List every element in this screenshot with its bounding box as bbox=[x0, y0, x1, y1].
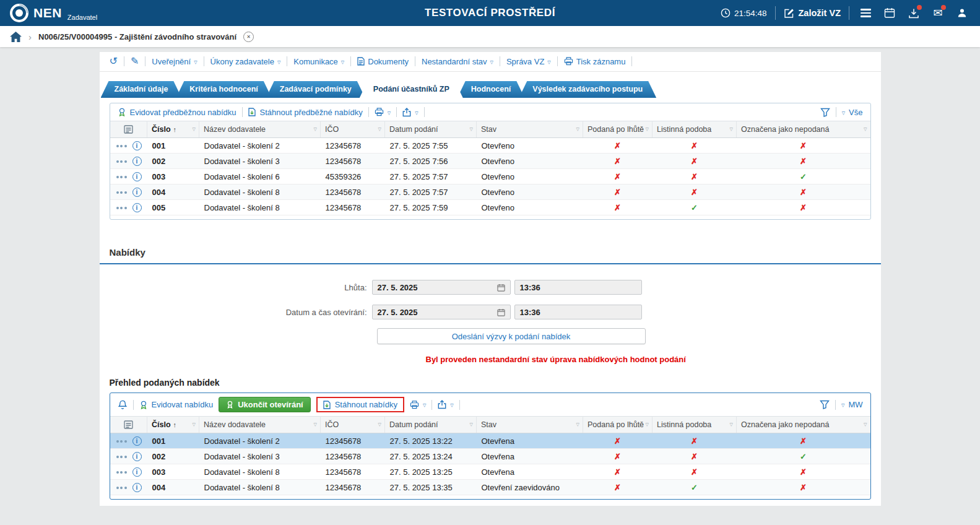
tab-vysledek-zadavaciho-postupu[interactable]: Výsledek zadávacího postupu bbox=[519, 81, 656, 98]
column-header-5[interactable]: Stav▽ bbox=[477, 121, 583, 138]
nen-logo[interactable]: NEN Zadavatel bbox=[10, 4, 97, 22]
column-filter-icon[interactable]: ▽ bbox=[576, 127, 579, 132]
table-row[interactable]: i002Dodavatel - školení 31234567827. 5. … bbox=[110, 154, 870, 169]
export-menu-button[interactable]: ▽ bbox=[438, 400, 453, 409]
tab-kriteria-hodnoceni[interactable]: Kritéria hodnocení bbox=[176, 81, 271, 98]
bell-icon[interactable] bbox=[118, 400, 128, 410]
info-icon[interactable]: i bbox=[132, 436, 142, 446]
column-header-1[interactable]: Číslo↑▽ bbox=[147, 417, 199, 433]
send-invitation-button[interactable]: Odeslání výzvy k podání nabídek bbox=[377, 328, 646, 344]
close-record-icon[interactable]: ✕ bbox=[243, 32, 254, 42]
column-filter-icon[interactable]: ▽ bbox=[378, 127, 381, 132]
table-row[interactable]: i004Dodavatel - školení 81234567827. 5. … bbox=[110, 184, 870, 200]
row-menu-icon[interactable] bbox=[116, 145, 127, 147]
column-header-4[interactable]: Datum podání▽ bbox=[385, 121, 477, 138]
column-header-2[interactable]: Název dodavatele▽ bbox=[199, 417, 321, 433]
column-filter-icon[interactable]: ▽ bbox=[193, 127, 196, 132]
info-icon[interactable]: i bbox=[132, 157, 142, 166]
user-icon[interactable] bbox=[954, 5, 970, 21]
row-menu-icon[interactable] bbox=[116, 471, 127, 474]
filter-icon[interactable] bbox=[820, 108, 830, 117]
ukoncit-oteviranie-button[interactable]: Ukončit otevírání bbox=[219, 397, 310, 412]
column-header-8[interactable]: Označena jako nepodaná▽ bbox=[737, 417, 870, 433]
info-icon[interactable]: i bbox=[132, 467, 142, 477]
column-header-6[interactable]: Podaná po lhůtě▽ bbox=[583, 121, 653, 138]
column-header-3[interactable]: IČO▽ bbox=[321, 121, 385, 138]
history-icon[interactable]: ↺ bbox=[110, 56, 118, 66]
menu-komunikace[interactable]: Komunikace▽ bbox=[293, 57, 344, 66]
column-filter-icon[interactable]: ▽ bbox=[470, 422, 473, 427]
home-icon[interactable] bbox=[10, 32, 22, 42]
column-header-6[interactable]: Podaná po lhůtě▽ bbox=[583, 417, 653, 433]
menu-sprava-vz[interactable]: Správa VZ▽ bbox=[506, 57, 551, 66]
table-row[interactable]: i003Dodavatel - školení 64535932627. 5. … bbox=[110, 169, 870, 184]
column-chooser-icon[interactable] bbox=[110, 121, 147, 138]
row-menu-icon[interactable] bbox=[116, 487, 127, 489]
column-filter-icon[interactable]: ▽ bbox=[864, 422, 867, 427]
tab-zadavaci-podminky[interactable]: Zadávací podmínky bbox=[266, 81, 365, 98]
menu-nestandardni-stav[interactable]: Nestandardní stav▽ bbox=[422, 57, 493, 66]
print-menu-button[interactable]: ▽ bbox=[375, 108, 391, 116]
row-menu-icon[interactable] bbox=[116, 440, 127, 443]
column-header-4[interactable]: Datum podání▽ bbox=[385, 417, 477, 433]
tab-zakladni-udaje[interactable]: Základní údaje bbox=[101, 81, 182, 98]
column-filter-icon[interactable]: ▽ bbox=[314, 422, 317, 427]
column-filter-icon[interactable]: ▽ bbox=[646, 127, 649, 132]
column-chooser-icon[interactable] bbox=[110, 417, 147, 433]
column-header-1[interactable]: Číslo↑▽ bbox=[147, 121, 199, 138]
filter-scope-dropdown[interactable]: ▽ MW bbox=[841, 400, 863, 409]
stahnout-predbezne-nabidky-button[interactable]: Stáhnout předběžné nabídky bbox=[248, 108, 363, 117]
row-menu-icon[interactable] bbox=[116, 456, 127, 458]
download-icon[interactable] bbox=[906, 5, 922, 21]
column-filter-icon[interactable]: ▽ bbox=[314, 127, 317, 132]
column-filter-icon[interactable]: ▽ bbox=[193, 422, 196, 427]
column-header-2[interactable]: Název dodavatele▽ bbox=[199, 121, 321, 138]
breadcrumb-record[interactable]: N006/25/V00004995 - Zajištění závodního … bbox=[38, 32, 236, 41]
column-header-7[interactable]: Listinná podoba▽ bbox=[653, 121, 737, 138]
calendar-icon[interactable] bbox=[497, 308, 505, 316]
filter-icon[interactable] bbox=[820, 400, 830, 409]
table-row[interactable]: i004Dodavatel - školení 81234567827. 5. … bbox=[110, 480, 870, 495]
calendar-icon[interactable] bbox=[497, 284, 505, 292]
create-vz-button[interactable]: Založit VZ bbox=[784, 8, 841, 19]
menu-tisk-zaznamu[interactable]: Tisk záznamu bbox=[564, 57, 626, 66]
info-icon[interactable]: i bbox=[132, 203, 142, 212]
stahnout-nabidky-button[interactable]: Stáhnout nabídky bbox=[316, 397, 404, 412]
column-header-8[interactable]: Označena jako nepodaná▽ bbox=[737, 121, 870, 138]
row-menu-icon[interactable] bbox=[116, 160, 127, 163]
table-row[interactable]: i001Dodavatel - školení 21234567827. 5. … bbox=[110, 138, 870, 154]
info-icon[interactable]: i bbox=[132, 452, 142, 461]
column-filter-icon[interactable]: ▽ bbox=[864, 127, 867, 132]
table-row[interactable]: i001Dodavatel - školení 21234567827. 5. … bbox=[110, 433, 870, 449]
column-filter-icon[interactable]: ▽ bbox=[730, 422, 733, 427]
menu-dokumenty[interactable]: Dokumenty bbox=[357, 57, 409, 66]
deadline-time-field[interactable]: 13:36 bbox=[514, 280, 642, 295]
tab-podani-ucastniku-zp[interactable]: Podání účastníků ZP bbox=[360, 81, 463, 98]
info-icon[interactable]: i bbox=[132, 483, 142, 492]
tab-hodnoceni[interactable]: Hodnocení bbox=[457, 81, 525, 98]
deadline-date-field[interactable]: 27. 5. 2025 bbox=[372, 280, 511, 295]
opening-time-field[interactable]: 13:36 bbox=[514, 305, 642, 319]
column-header-5[interactable]: Stav▽ bbox=[477, 417, 583, 433]
menu-icon[interactable] bbox=[857, 5, 874, 21]
column-filter-icon[interactable]: ▽ bbox=[646, 422, 649, 427]
edit-icon[interactable]: ✎ bbox=[131, 56, 139, 66]
table-row[interactable]: i005Dodavatel - školení 81234567827. 5. … bbox=[110, 200, 870, 215]
column-filter-icon[interactable]: ▽ bbox=[378, 422, 381, 427]
info-icon[interactable]: i bbox=[132, 172, 142, 181]
evidovat-predbeznou-nabidku-button[interactable]: Evidovat předběžnou nabídku bbox=[118, 108, 236, 117]
mail-icon[interactable]: ✉ bbox=[930, 5, 946, 21]
table-row[interactable]: i003Dodavatel - školení 81234567827. 5. … bbox=[110, 464, 870, 480]
row-menu-icon[interactable] bbox=[116, 176, 127, 178]
info-icon[interactable]: i bbox=[132, 141, 142, 150]
column-header-3[interactable]: IČO▽ bbox=[321, 417, 385, 433]
info-icon[interactable]: i bbox=[132, 188, 142, 197]
calendar-icon[interactable] bbox=[882, 5, 898, 21]
column-filter-icon[interactable]: ▽ bbox=[470, 127, 473, 132]
evidovat-nabidku-button[interactable]: Evidovat nabídku bbox=[139, 400, 214, 409]
menu-ukony-zadavatele[interactable]: Úkony zadavatele▽ bbox=[210, 57, 281, 66]
filter-scope-dropdown[interactable]: ▽ Vše bbox=[842, 108, 863, 117]
row-menu-icon[interactable] bbox=[116, 191, 127, 194]
opening-date-field[interactable]: 27. 5. 2025 bbox=[372, 305, 511, 319]
column-header-7[interactable]: Listinná podoba▽ bbox=[653, 417, 737, 433]
